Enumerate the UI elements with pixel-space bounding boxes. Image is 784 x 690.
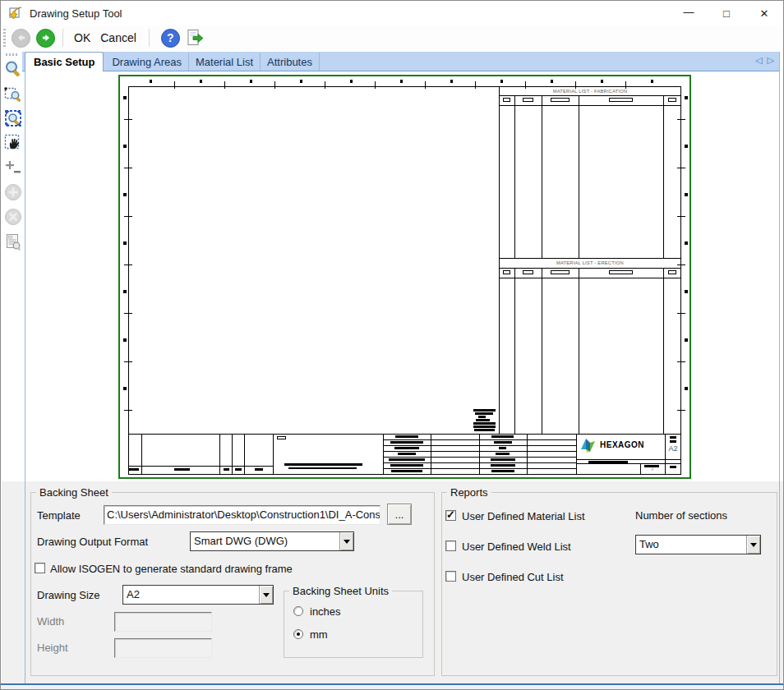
units-mm-radio[interactable] [293,629,303,639]
cut-list-checkbox-label: User Defined Cut List [462,571,564,583]
window-title: Drawing Setup Tool [30,7,122,20]
width-input [114,612,212,632]
sheet-frame [128,86,681,475]
units-inches-radio[interactable] [293,606,303,616]
isogen-checkbox[interactable] [35,563,45,573]
hexagon-logo-text: HEXAGON [600,440,644,449]
dropdown-arrow-icon[interactable] [259,586,273,604]
main-toolbar: OK Cancel ? [1,25,783,50]
window-bottom-border [1,683,783,689]
output-format-label: Drawing Output Format [37,536,148,548]
view-toolbar [2,52,24,298]
content-left-border [25,71,25,684]
number-of-sections-value: Two [636,536,746,554]
titlebar: Drawing Setup Tool — □ ✕ [1,1,783,25]
maximize-button[interactable]: □ [708,1,745,25]
units-mm-label: mm [310,628,328,641]
toolbar-separator [149,29,150,47]
ok-button[interactable]: OK [69,28,95,48]
dropdown-arrow-icon[interactable] [339,532,353,550]
tab-scroll-right-icon[interactable]: ▷ [768,55,774,66]
number-of-sections-dropdown[interactable]: Two [635,535,761,554]
zoom-in-out-icon[interactable] [3,158,23,177]
template-input[interactable]: C:\Users\Administrator\Desktop\Construct… [104,505,380,525]
view-toolbar-grip [6,53,17,56]
cut-list-checkbox[interactable] [445,571,456,582]
sheet-number-text: / [640,466,665,472]
minimize-button[interactable]: — [670,1,708,25]
height-label: Height [37,642,68,654]
add-icon [3,182,23,202]
drawing-size-label: Drawing Size [37,589,100,601]
backing-sheet-units-group: Backing Sheet Units [284,585,423,658]
template-label: Template [37,509,81,522]
app-icon [8,6,23,21]
sheet-size-text: A2 [665,444,681,453]
weld-list-checkbox[interactable] [445,540,456,551]
isogen-checkbox-label: Allow ISOGEN to generate standard drawin… [50,563,293,575]
hexagon-logo-icon [579,436,597,454]
sheet-template-drawing: MATERIAL LIST - FABRICATION MATERIAL LIS… [120,76,689,477]
forward-icon[interactable] [36,29,55,48]
weld-list-checkbox-label: User Defined Weld List [462,540,571,553]
back-icon[interactable] [12,29,30,48]
export-icon[interactable] [185,28,205,48]
tab-material-list[interactable]: Material List [189,53,261,71]
fabrication-table-title: MATERIAL LIST - FABRICATION [553,89,628,94]
drawing-size-dropdown[interactable]: A2 [122,585,274,605]
number-of-sections-label: Number of sections [635,509,727,522]
content-right-border [779,52,780,684]
tab-attributes[interactable]: Attributes [261,53,320,71]
drawing-size-value: A2 [123,586,259,604]
backing-sheet-group-label: Backing Sheet [36,486,112,499]
output-format-value: Smart DWG (DWG) [191,532,339,550]
erection-table-title: MATERIAL LIST - ERECTION [556,260,624,265]
reports-group-label: Reports [447,486,491,499]
zoom-window-icon[interactable] [3,84,23,104]
width-label: Width [37,615,64,628]
pan-icon[interactable] [3,133,23,153]
report-preview-icon [3,232,23,251]
dropdown-arrow-icon[interactable] [746,536,760,554]
units-inches-label: inches [310,605,341,618]
cancel-button[interactable]: Cancel [95,28,141,48]
tab-scroll-left-icon[interactable]: ◁ [755,55,762,66]
height-input [114,638,212,658]
tab-strip: Basic Setup Drawing Areas Material List … [22,52,779,71]
zoom-icon[interactable] [3,59,23,79]
toolbar-grip [3,29,6,47]
backing-sheet-units-label: Backing Sheet Units [289,585,392,597]
material-list-checkbox-label: User Defined Material List [462,510,585,522]
fit-view-icon[interactable] [3,108,23,128]
close-button[interactable]: ✕ [745,1,783,25]
material-list-checkbox[interactable] [445,510,456,521]
remove-icon [3,207,23,227]
template-browse-button[interactable]: ... [387,504,412,525]
toolbar-separator [62,29,63,47]
backing-sheet-preview: MATERIAL LIST - FABRICATION MATERIAL LIS… [118,75,691,479]
output-format-dropdown[interactable]: Smart DWG (DWG) [190,531,354,551]
help-icon[interactable]: ? [161,29,180,48]
drawing-setup-tool-window: Drawing Setup Tool — □ ✕ OK Cancel ? [0,0,784,690]
tab-drawing-areas[interactable]: Drawing Areas [105,53,189,71]
tab-basic-setup[interactable]: Basic Setup [25,52,104,71]
